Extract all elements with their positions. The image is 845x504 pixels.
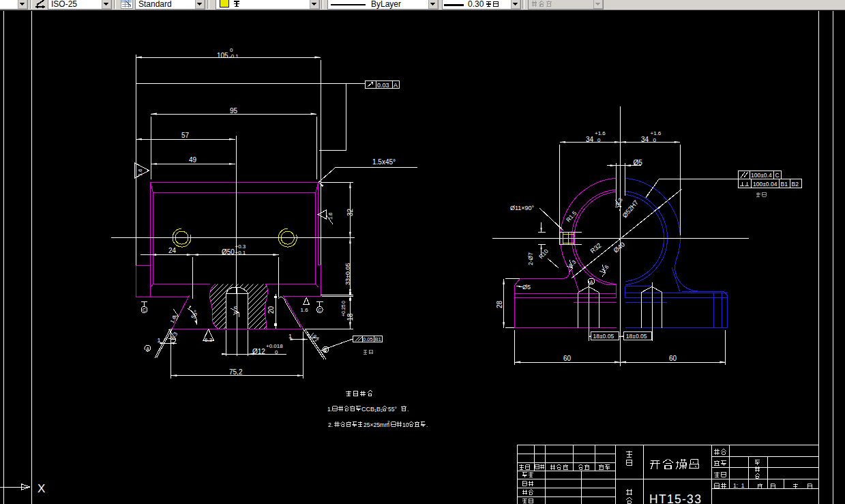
svg-text:57: 57 (181, 132, 190, 139)
svg-text:HT15-33: HT15-33 (649, 492, 702, 504)
svg-text:6.3: 6.3 (205, 337, 213, 343)
svg-text:A: A (146, 346, 149, 351)
svg-text:B1: B1 (781, 181, 788, 188)
svg-text:+1.6: +1.6 (595, 130, 606, 136)
svg-text:1.6: 1.6 (327, 213, 333, 220)
svg-text:2-Ø7: 2-Ø7 (527, 252, 534, 265)
svg-text:0.30: 0.30 (468, 0, 484, 9)
svg-text:+1.6: +1.6 (651, 130, 662, 136)
svg-text:Ø5: Ø5 (634, 159, 643, 166)
svg-text:33±0.05: 33±0.05 (344, 263, 351, 285)
svg-text:0.03: 0.03 (377, 82, 389, 89)
svg-text:ByLayer: ByLayer (371, 0, 401, 9)
svg-text:+0.018: +0.018 (266, 343, 283, 349)
svg-text:Standard: Standard (138, 0, 172, 9)
svg-text:32: 32 (346, 208, 354, 216)
svg-text:18: 18 (346, 313, 354, 321)
svg-text:1.5x45°: 1.5x45° (372, 158, 396, 166)
svg-text:18±0.05: 18±0.05 (593, 333, 614, 340)
svg-text:60: 60 (563, 355, 572, 362)
svg-text:Ø5: Ø5 (522, 284, 531, 291)
svg-text:Ø12: Ø12 (252, 348, 265, 355)
svg-text:C: C (143, 308, 146, 312)
svg-text:X: X (38, 482, 45, 495)
svg-text:CCB₁B₂: CCB₁B₂ (361, 406, 383, 413)
svg-text:ISO-25: ISO-25 (51, 0, 77, 9)
svg-text:0.05: 0.05 (363, 336, 373, 342)
svg-text:B: B (324, 347, 327, 352)
svg-text:100±0.04: 100±0.04 (753, 181, 777, 188)
svg-text:A: A (590, 280, 593, 284)
svg-text:1.6: 1.6 (301, 307, 309, 313)
svg-text:34: 34 (641, 136, 649, 143)
svg-text:10: 10 (402, 421, 409, 428)
svg-text:24: 24 (168, 247, 177, 254)
svg-text:60: 60 (669, 355, 677, 362)
svg-text:B1: B1 (375, 336, 381, 342)
svg-text:B2: B2 (792, 181, 799, 188)
svg-text:0: 0 (275, 349, 278, 355)
svg-text:75,2: 75,2 (229, 368, 243, 376)
svg-text:.: . (407, 406, 409, 413)
svg-text:28: 28 (496, 300, 503, 308)
svg-text:1.6: 1.6 (233, 306, 239, 314)
svg-text:C: C (318, 308, 321, 312)
svg-text:1.6: 1.6 (137, 169, 143, 176)
svg-text:49: 49 (189, 156, 197, 164)
svg-text:Ø50: Ø50 (222, 248, 235, 256)
svg-text:+0.3: +0.3 (235, 243, 246, 250)
svg-text:55°: 55° (388, 406, 397, 413)
svg-text:100±0.4: 100±0.4 (751, 172, 772, 179)
svg-text:A: A (394, 82, 398, 89)
svg-text:-0.1: -0.1 (229, 53, 239, 59)
svg-text:.: . (426, 421, 428, 428)
svg-text:0: 0 (653, 137, 657, 143)
svg-text:Ø11×90°: Ø11×90° (510, 205, 535, 211)
svg-text:+0.25: +0.25 (341, 304, 346, 316)
svg-text:18±0.05: 18±0.05 (626, 333, 647, 340)
svg-text:0: 0 (230, 47, 233, 53)
svg-text:2.: 2. (328, 421, 333, 428)
svg-text:95: 95 (230, 107, 238, 115)
svg-text:1: 1: 1: 1 (733, 482, 745, 489)
svg-text:C: C (775, 172, 780, 179)
svg-text:20: 20 (267, 306, 275, 314)
svg-text:1: 1 (288, 333, 292, 340)
svg-text:25×25mm: 25×25mm (364, 421, 389, 428)
svg-text:1.: 1. (327, 406, 332, 413)
svg-text:1: 1 (158, 337, 161, 344)
svg-text:0: 0 (597, 137, 601, 143)
svg-text:+0.1: +0.1 (235, 250, 246, 256)
svg-text:34: 34 (586, 136, 594, 143)
svg-text:0: 0 (341, 301, 346, 303)
svg-text:105: 105 (217, 52, 228, 59)
